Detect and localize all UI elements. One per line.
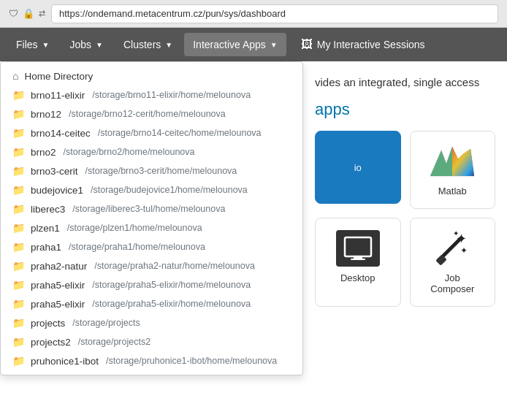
folder-icon: 📁 [12, 165, 25, 177]
tab-icon: ⇄ [39, 9, 45, 18]
item-name: brno12 [31, 109, 61, 120]
job-composer-icon: ✦ ✦ ✦ [432, 230, 473, 267]
lock-icon: 🔒 [23, 8, 34, 19]
clusters-label: Clusters [123, 39, 161, 50]
folder-icon: 📁 [12, 146, 25, 158]
app-card-partial[interactable]: io [315, 131, 401, 204]
item-name: brno2 [31, 147, 56, 158]
svg-marker-3 [430, 147, 452, 176]
job-composer-label: Job Composer [422, 272, 484, 294]
nav-files[interactable]: Files ▼ [7, 33, 58, 56]
nav-jobs[interactable]: Jobs ▼ [61, 33, 111, 56]
item-path: /storage/brno3-cerit/home/melounova [85, 166, 237, 176]
browser-security-icons: 🛡 🔒 ⇄ [9, 8, 45, 19]
folder-icon: 📁 [12, 108, 25, 120]
nav-clusters[interactable]: Clusters ▼ [115, 33, 181, 56]
browser-bar: 🛡 🔒 ⇄ https://ondemand.metacentrum.cz/pu… [0, 0, 507, 28]
navbar: Files ▼ Jobs ▼ Clusters ▼ Interactive Ap… [0, 28, 507, 61]
item-name: brno3-cerit [31, 166, 78, 177]
dropdown-item[interactable]: 📁 praha2-natur /storage/praha2-natur/hom… [1, 256, 302, 275]
intro-text: vides an integrated, single access [315, 76, 495, 88]
dropdown-item[interactable]: 📁 brno12 /storage/brno12-cerit/home/melo… [1, 104, 302, 123]
folder-icon: 📁 [12, 203, 25, 215]
item-path: /storage/brno14-ceitec/home/melounova [98, 128, 262, 138]
app-card-matlab[interactable]: Matlab [410, 131, 496, 209]
dropdown-item[interactable]: 📁 budejovice1 /storage/budejovice1/home/… [1, 180, 302, 199]
home-directory-label: Home Directory [24, 71, 93, 82]
jobs-caret: ▼ [96, 41, 103, 49]
item-name: projects2 [31, 337, 71, 348]
item-name: brno14-ceitec [31, 128, 91, 139]
item-name: praha5-elixir [31, 280, 85, 291]
app-card-desktop[interactable]: Desktop [315, 218, 401, 307]
item-name: plzen1 [31, 223, 60, 234]
nav-interactive-apps[interactable]: Interactive Apps ▼ [184, 33, 286, 56]
item-name: projects [31, 318, 65, 329]
item-path: /storage/budejovice1/home/melounova [91, 185, 248, 195]
item-path: /storage/praha5-elixir/home/melounova [92, 280, 251, 290]
item-path: /storage/projects2 [78, 337, 150, 347]
item-path: /storage/brno11-elixir/home/melounova [92, 90, 251, 100]
desktop-svg [343, 236, 373, 261]
files-dropdown: ⌂ Home Directory 📁 brno11-elixir /storag… [0, 61, 303, 375]
item-path: /storage/praha5-elixir/home/melounova [92, 299, 251, 309]
url-text: https://ondemand.metacentrum.cz/pun/sys/… [59, 8, 286, 19]
matlab-label: Matlab [438, 186, 467, 196]
address-bar[interactable]: https://ondemand.metacentrum.cz/pun/sys/… [51, 4, 498, 23]
monitor-icon: 🖼 [301, 38, 313, 51]
item-name: praha1 [31, 242, 61, 253]
dropdown-item[interactable]: 📁 praha5-elixir /storage/praha5-elixir/h… [1, 275, 302, 294]
item-path: /storage/brno2/home/melounova [64, 147, 195, 157]
dropdown-item[interactable]: 📁 brno3-cerit /storage/brno3-cerit/home/… [1, 161, 302, 180]
item-name: liberec3 [31, 204, 65, 215]
item-path: /storage/praha2-natur/home/melounova [94, 261, 255, 271]
item-name: praha2-natur [31, 261, 87, 272]
item-name: praha5-elixir [31, 299, 85, 310]
home-icon: ⌂ [12, 70, 18, 82]
desktop-label: Desktop [340, 272, 376, 283]
svg-text:✦: ✦ [460, 245, 468, 256]
item-path: /storage/pruhonice1-ibot/home/melounova [106, 356, 277, 366]
folder-icon: 📁 [12, 298, 25, 310]
dropdown-item[interactable]: 📁 pruhonice1-ibot /storage/pruhonice1-ib… [1, 351, 302, 370]
app-cards-grid: io [315, 131, 495, 307]
interactive-apps-label: Interactive Apps [193, 39, 266, 50]
folder-icon: 📁 [12, 355, 25, 367]
item-path: /storage/projects [72, 318, 140, 328]
svg-rect-5 [354, 256, 362, 259]
svg-text:✦: ✦ [453, 230, 459, 237]
files-label: Files [16, 39, 38, 50]
dropdown-item[interactable]: 📁 brno14-ceitec /storage/brno14-ceitec/h… [1, 123, 302, 142]
item-name: brno11-elixir [31, 90, 85, 101]
dropdown-item[interactable]: 📁 liberec3 /storage/liberec3-tul/home/me… [1, 199, 302, 218]
folder-icon: 📁 [12, 336, 25, 348]
dropdown-item[interactable]: 📁 brno2 /storage/brno2/home/melounova [1, 142, 302, 161]
home-directory-item[interactable]: ⌂ Home Directory [1, 66, 302, 85]
svg-rect-6 [351, 259, 365, 260]
folder-icon: 📁 [12, 279, 25, 291]
shield-icon: 🛡 [9, 8, 18, 19]
job-composer-svg: ✦ ✦ ✦ [432, 230, 473, 267]
dropdown-item[interactable]: 📁 projects2 /storage/projects2 [1, 332, 302, 351]
dropdown-item[interactable]: 📁 praha5-elixir /storage/praha5-elixir/h… [1, 294, 302, 313]
matlab-icon [430, 143, 474, 180]
svg-rect-4 [345, 237, 371, 256]
item-name: budejovice1 [31, 185, 83, 196]
nav-sessions[interactable]: 🖼 My Interactive Sessions [292, 32, 434, 57]
partial-card-text: io [354, 162, 362, 173]
app-card-job-composer[interactable]: ✦ ✦ ✦ Job Composer [410, 218, 496, 307]
folder-icon: 📁 [12, 222, 25, 234]
item-name: pruhonice1-ibot [31, 356, 99, 367]
dropdown-item[interactable]: 📁 brno11-elixir /storage/brno11-elixir/h… [1, 85, 302, 104]
folder-icon: 📁 [12, 317, 25, 329]
item-path: /storage/liberec3-tul/home/melounova [72, 204, 225, 214]
dropdown-item[interactable]: 📁 praha1 /storage/praha1/home/melounova [1, 237, 302, 256]
apps-label: apps [315, 100, 495, 119]
dropdown-item[interactable]: 📁 plzen1 /storage/plzen1/home/melounova [1, 218, 302, 237]
item-path: /storage/brno12-cerit/home/melounova [69, 109, 226, 119]
item-path: /storage/plzen1/home/melounova [67, 223, 202, 233]
folder-icon: 📁 [12, 260, 25, 272]
clusters-caret: ▼ [165, 41, 172, 49]
dropdown-item[interactable]: 📁 projects /storage/projects [1, 313, 302, 332]
right-content-area: vides an integrated, single access apps … [303, 61, 507, 420]
